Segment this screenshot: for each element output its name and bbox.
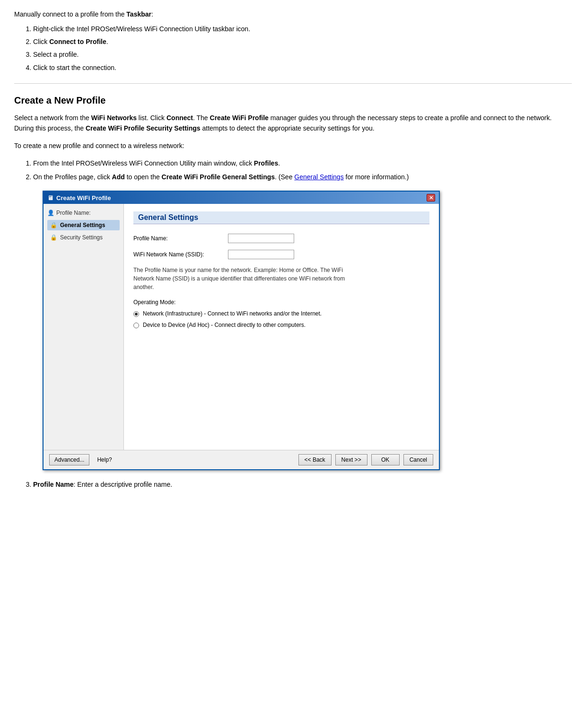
sidebar-security-label: Security Settings (60, 234, 103, 241)
sidebar-profile-name-label: 👤 Profile Name: (47, 210, 120, 216)
dialog-wrapper: 🖥 Create WiFi Profile ✕ 👤 Profile Name: … (43, 191, 572, 470)
operating-mode-label: Operating Mode: (133, 299, 429, 306)
create-profile-step-1: From the Intel PROSet/Wireless WiFi Conn… (33, 158, 572, 169)
profile-name-input[interactable] (228, 234, 294, 243)
lock-icon-general: 🔒 (50, 222, 57, 228)
ssid-row: WiFi Network Name (SSID): (133, 250, 429, 259)
radio-adhoc-circle[interactable] (133, 323, 139, 328)
section-divider (14, 83, 572, 84)
intro-taskbar-line: Manually connect to a profile from the T… (14, 9, 572, 19)
radio-adhoc[interactable]: Device to Device (Ad Hoc) - Connect dire… (133, 322, 429, 328)
taskbar-step-4: Click to start the connection. (33, 62, 572, 74)
ssid-input[interactable] (228, 250, 294, 259)
create-profile-steps: From the Intel PROSet/Wireless WiFi Conn… (33, 158, 572, 183)
lock-icon-security: 🔒 (50, 234, 57, 241)
ssid-label: WiFi Network Name (SSID): (133, 251, 228, 258)
advanced-button[interactable]: Advanced... (49, 454, 89, 465)
back-button[interactable]: << Back (298, 454, 332, 465)
content-section-title: General Settings (133, 211, 429, 224)
ok-button[interactable]: OK (371, 454, 400, 465)
field-description: The Profile Name is your name for the ne… (133, 266, 360, 291)
radio-infrastructure[interactable]: Network (Infrastructure) - Connect to Wi… (133, 310, 429, 317)
sidebar-general-settings[interactable]: 🔒 General Settings (47, 220, 120, 230)
section-title: Create a New Profile (14, 95, 572, 106)
step3-label: Profile Name: Enter a descriptive profil… (33, 481, 172, 488)
general-settings-link[interactable]: General Settings (294, 173, 343, 181)
next-button[interactable]: Next >> (335, 454, 367, 465)
profile-name-row: Profile Name: (133, 234, 429, 243)
create-wifi-profile-dialog: 🖥 Create WiFi Profile ✕ 👤 Profile Name: … (43, 191, 440, 470)
profile-name-label: Profile Name: (133, 235, 228, 242)
profile-icon: 👤 (47, 210, 54, 216)
taskbar-step-1: Right-click the Intel PROSet/Wireless Wi… (33, 23, 572, 35)
step3-item: Profile Name: Enter a descriptive profil… (33, 479, 572, 491)
taskbar-step-3: Select a profile. (33, 49, 572, 61)
dialog-title-icon: 🖥 (47, 194, 53, 202)
dialog-footer: Advanced... Help? << Back Next >> OK Can… (44, 450, 439, 469)
sidebar-general-label: General Settings (60, 222, 105, 228)
taskbar-step-2: Click Connect to Profile. (33, 36, 572, 48)
dialog-titlebar: 🖥 Create WiFi Profile ✕ (44, 192, 439, 204)
dialog-content: General Settings Profile Name: WiFi Netw… (124, 204, 439, 450)
taskbar-steps-list: Right-click the Intel PROSet/Wireless Wi… (33, 23, 572, 74)
section-body-1: Select a network from the WiFi Networks … (14, 113, 572, 134)
step3-list: Profile Name: Enter a descriptive profil… (33, 479, 572, 491)
sidebar-security-settings[interactable]: 🔒 Security Settings (47, 232, 120, 243)
radio-infrastructure-circle[interactable] (133, 311, 139, 317)
step3-bold: Profile Name (33, 481, 74, 488)
dialog-close-button[interactable]: ✕ (427, 194, 435, 202)
section-body-2: To create a new profile and connect to a… (14, 140, 572, 151)
radio-infrastructure-label: Network (Infrastructure) - Connect to Wi… (143, 310, 322, 317)
dialog-sidebar: 👤 Profile Name: 🔒 General Settings 🔒 Sec… (44, 204, 124, 450)
create-profile-step-2: On the Profiles page, click Add to open … (33, 171, 572, 183)
help-label: Help? (97, 456, 112, 463)
radio-adhoc-label: Device to Device (Ad Hoc) - Connect dire… (143, 322, 306, 328)
dialog-title-label: Create WiFi Profile (56, 194, 111, 202)
dialog-title-text: 🖥 Create WiFi Profile (47, 194, 111, 202)
dialog-body: 👤 Profile Name: 🔒 General Settings 🔒 Sec… (44, 204, 439, 450)
cancel-button[interactable]: Cancel (403, 454, 433, 465)
step3-text: : Enter a descriptive profile name. (74, 481, 173, 488)
